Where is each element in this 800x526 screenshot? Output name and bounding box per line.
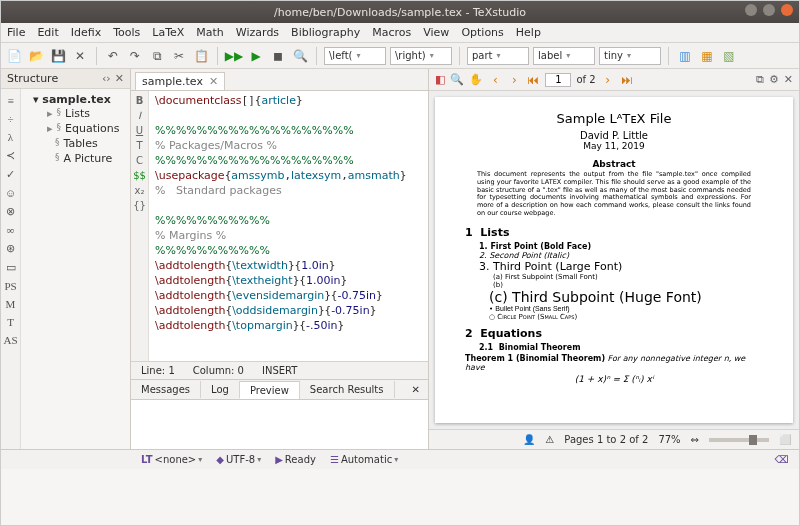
zoom-slider[interactable] xyxy=(709,438,769,442)
bookmark-icon[interactable]: ◧ xyxy=(435,73,445,86)
right-delim-dropdown[interactable]: \right)▾ xyxy=(390,47,452,65)
open-file-icon[interactable]: 📂 xyxy=(27,47,45,65)
italic-icon[interactable]: I xyxy=(138,110,141,121)
config-icon[interactable]: ⚙ xyxy=(769,73,779,86)
window-mode-icon[interactable]: ⧉ xyxy=(756,73,764,86)
relations-icon[interactable]: ÷ xyxy=(7,113,13,125)
compile-icon[interactable]: ▶ xyxy=(247,47,265,65)
star-icon[interactable]: ⊛ xyxy=(6,242,15,255)
tree-root-file[interactable]: sample.tex xyxy=(42,93,111,106)
save-icon[interactable]: 💾 xyxy=(49,47,67,65)
status-mode: INSERT xyxy=(262,365,297,376)
braces-icon[interactable]: {} xyxy=(133,200,146,211)
cyrillic-icon[interactable]: ⊗ xyxy=(6,205,15,218)
cut-icon[interactable]: ✂ xyxy=(170,47,188,65)
misc-icon[interactable]: ☺ xyxy=(5,187,16,199)
label-dropdown[interactable]: label▾ xyxy=(533,47,595,65)
close-icon[interactable]: ✕ xyxy=(71,47,89,65)
undo-icon[interactable]: ↶ xyxy=(104,47,122,65)
redo-icon[interactable]: ↷ xyxy=(126,47,144,65)
underline-icon[interactable]: U xyxy=(136,125,143,136)
metapost-icon[interactable]: M xyxy=(6,298,16,310)
tab-preview[interactable]: Preview xyxy=(240,381,300,399)
menu-tools[interactable]: Tools xyxy=(113,26,140,39)
check-icon[interactable]: ✓ xyxy=(6,168,15,181)
lang-icon[interactable]: LT xyxy=(141,454,153,465)
paste-icon[interactable]: 📋 xyxy=(192,47,210,65)
view-icon[interactable]: 🔍 xyxy=(291,47,309,65)
left-delim-dropdown[interactable]: \left(▾ xyxy=(324,47,386,65)
tree-section[interactable]: ▸§Lists xyxy=(23,106,128,121)
infinity-icon[interactable]: ∞ xyxy=(7,224,15,236)
hand-icon[interactable]: ✋ xyxy=(469,73,483,86)
operators-icon[interactable]: ≡ xyxy=(7,95,13,107)
bold-icon[interactable]: B xyxy=(136,95,144,106)
text-icon[interactable]: T xyxy=(136,140,142,151)
menu-idefix[interactable]: Idefix xyxy=(71,26,101,39)
pstricks-icon[interactable]: PS xyxy=(4,280,16,292)
copy-icon[interactable]: ⧉ xyxy=(148,47,166,65)
message-panel-close-icon[interactable]: ✕ xyxy=(412,384,428,395)
close-button[interactable] xyxy=(781,4,793,16)
tab-search-results[interactable]: Search Results xyxy=(300,381,395,398)
menu-macros[interactable]: Macros xyxy=(372,26,411,39)
last-page-icon[interactable]: ⏭ xyxy=(620,73,634,87)
warning-icon[interactable]: ⚠ xyxy=(545,434,554,445)
source-editor[interactable]: \documentclass[]{article} %%%%%%%%%%%%%%… xyxy=(149,91,428,361)
size-dropdown[interactable]: tiny▾ xyxy=(599,47,661,65)
math-icon[interactable]: $$ xyxy=(133,170,146,181)
panel-close-icon[interactable]: ✕ xyxy=(115,72,124,85)
auto-icon[interactable]: ☰ xyxy=(330,454,339,465)
new-file-icon[interactable]: 📄 xyxy=(5,47,23,65)
encoding-icon[interactable]: ◆ xyxy=(216,454,224,465)
menu-edit[interactable]: Edit xyxy=(37,26,58,39)
menu-bibliography[interactable]: Bibliography xyxy=(291,26,360,39)
tree-expand-icon[interactable]: ▾ xyxy=(33,93,42,106)
menu-math[interactable]: Math xyxy=(196,26,224,39)
fit-width-icon[interactable]: ⇔ xyxy=(691,434,699,445)
goto-page-icon[interactable]: › xyxy=(601,73,615,87)
structure-tree[interactable]: ▾ sample.tex ▸§Lists ▸§Equations §Tables… xyxy=(21,89,130,449)
menu-file[interactable]: File xyxy=(7,26,25,39)
tikz-icon[interactable]: T xyxy=(7,316,14,328)
maximize-button[interactable] xyxy=(763,4,775,16)
fit-page-icon[interactable]: ⬜ xyxy=(779,434,791,445)
tree-section[interactable]: §Tables xyxy=(23,136,128,151)
part-dropdown[interactable]: part▾ xyxy=(467,47,529,65)
person-icon[interactable]: 👤 xyxy=(523,434,535,445)
center-icon[interactable]: C xyxy=(136,155,143,166)
toggle-messages-icon[interactable]: ▦ xyxy=(698,47,716,65)
editor-tab[interactable]: sample.tex ✕ xyxy=(135,72,225,90)
tree-section[interactable]: §A Picture xyxy=(23,151,128,166)
menu-wizards[interactable]: Wizards xyxy=(236,26,279,39)
clear-icon[interactable]: ⌫ xyxy=(775,454,789,465)
toggle-structure-icon[interactable]: ▥ xyxy=(676,47,694,65)
page-input[interactable] xyxy=(545,73,571,87)
panel-toggle-icon[interactable]: ‹› xyxy=(102,72,111,85)
arrows-icon[interactable]: ≺ xyxy=(6,149,15,162)
asymptote-icon[interactable]: AS xyxy=(3,334,17,346)
tab-close-icon[interactable]: ✕ xyxy=(209,75,218,88)
tab-log[interactable]: Log xyxy=(201,381,240,398)
magnify-icon[interactable]: 🔍 xyxy=(450,73,464,86)
pdf-viewport[interactable]: Sample LᴬTᴇX File David P. Little May 11… xyxy=(429,91,799,429)
next-page-icon[interactable]: › xyxy=(507,73,521,87)
greek-icon[interactable]: λ xyxy=(8,131,13,143)
toggle-preview-icon[interactable]: ▧ xyxy=(720,47,738,65)
stop-icon[interactable]: ◼ xyxy=(269,47,287,65)
prev-page-icon[interactable]: ‹ xyxy=(488,73,502,87)
status-column: Column: 0 xyxy=(193,365,244,376)
menu-help[interactable]: Help xyxy=(516,26,541,39)
first-page-icon[interactable]: ⏮ xyxy=(526,73,540,87)
build-view-icon[interactable]: ▶▶ xyxy=(225,47,243,65)
box-icon[interactable]: ▭ xyxy=(6,261,16,274)
status-line: Line: 1 xyxy=(141,365,175,376)
minimize-button[interactable] xyxy=(745,4,757,16)
preview-close-icon[interactable]: ✕ xyxy=(784,73,793,86)
tree-section[interactable]: ▸§Equations xyxy=(23,121,128,136)
menu-view[interactable]: View xyxy=(423,26,449,39)
subscript-icon[interactable]: x₂ xyxy=(135,185,145,196)
tab-messages[interactable]: Messages xyxy=(131,381,201,398)
menu-options[interactable]: Options xyxy=(461,26,503,39)
menu-latex[interactable]: LaTeX xyxy=(152,26,184,39)
